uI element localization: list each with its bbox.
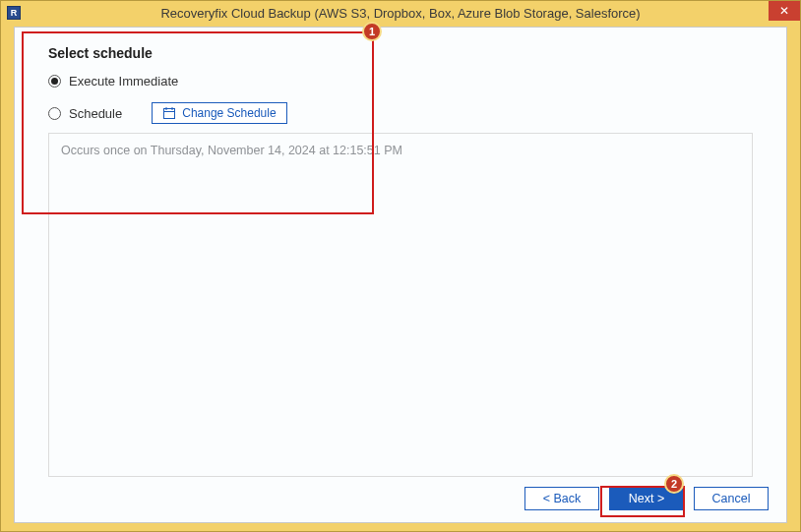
calendar-icon <box>162 106 176 120</box>
radio-execute-label: Execute Immediate <box>69 74 178 89</box>
back-button[interactable]: < Back <box>524 487 599 510</box>
close-icon[interactable]: ✕ <box>769 1 800 21</box>
cancel-button[interactable]: Cancel <box>694 487 769 510</box>
radio-schedule[interactable]: Schedule Change Schedule <box>48 102 287 124</box>
annotation-badge-1: 1 <box>362 22 382 41</box>
radio-icon[interactable] <box>48 75 61 88</box>
change-schedule-button[interactable]: Change Schedule <box>152 102 286 124</box>
change-schedule-label: Change Schedule <box>182 106 276 120</box>
radio-icon[interactable] <box>48 107 61 120</box>
radio-schedule-label: Schedule <box>69 106 122 121</box>
app-window: R Recoveryfix Cloud Backup (AWS S3, Drop… <box>0 0 801 532</box>
schedule-info-box: Occurs once on Thursday, November 14, 20… <box>48 133 753 477</box>
app-icon: R <box>7 6 21 20</box>
schedule-info-text: Occurs once on Thursday, November 14, 20… <box>61 144 402 157</box>
next-button[interactable]: Next > <box>609 487 684 510</box>
wizard-buttons: < Back Next > Cancel <box>524 487 769 510</box>
svg-rect-0 <box>164 109 175 119</box>
titlebar: R Recoveryfix Cloud Backup (AWS S3, Drop… <box>1 1 800 25</box>
section-title: Select schedule <box>48 45 153 61</box>
window-title: Recoveryfix Cloud Backup (AWS S3, Dropbo… <box>1 6 800 21</box>
radio-execute-immediate[interactable]: Execute Immediate <box>48 74 178 89</box>
client-area: Select schedule Execute Immediate Schedu… <box>14 27 787 523</box>
